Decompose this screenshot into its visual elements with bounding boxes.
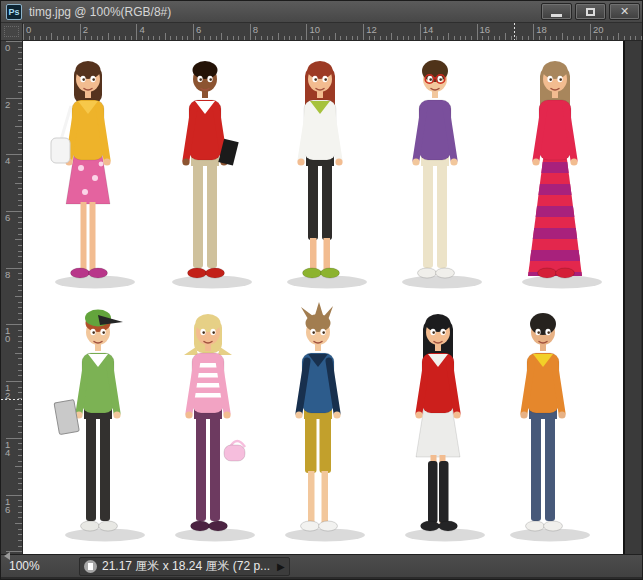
vruler-pointer-marker <box>1 399 22 400</box>
window-title: timg.jpg @ 100%(RGB/8#) <box>29 1 171 23</box>
photoshop-app-icon[interactable]: Ps <box>6 4 22 20</box>
vertical-ruler[interactable]: 0246810121416 <box>1 41 23 554</box>
hruler-label: 18 <box>536 24 547 35</box>
vruler-label: 12 <box>5 384 15 400</box>
scroll-left-arrow-icon[interactable] <box>4 552 10 560</box>
photoshop-document-window: Ps timg.jpg @ 100%(RGB/8#) ✕ 02468101214… <box>0 0 643 580</box>
close-button[interactable]: ✕ <box>609 3 640 20</box>
hruler-label: 6 <box>196 24 201 35</box>
zoom-level-field[interactable]: 100% <box>9 555 40 578</box>
vertical-scrollbar[interactable] <box>623 41 643 554</box>
character-boy-blue-tee-shorts <box>263 299 375 551</box>
document-canvas[interactable] <box>23 41 623 554</box>
vruler-label: 14 <box>5 441 15 457</box>
vruler-label: 16 <box>5 498 15 514</box>
character-woman-green-scarf <box>265 46 377 298</box>
horizontal-ruler[interactable]: 02468101214161820 <box>23 23 643 41</box>
vruler-label: 6 <box>5 214 15 222</box>
minimize-button[interactable] <box>541 3 572 20</box>
maximize-button[interactable] <box>575 3 606 20</box>
hruler-pointer-marker <box>514 23 515 40</box>
vruler-label: 2 <box>5 101 15 109</box>
ruler-origin-box[interactable] <box>1 23 23 41</box>
hruler-label: 2 <box>83 24 88 35</box>
window-controls: ✕ <box>541 3 640 20</box>
close-icon: ✕ <box>620 4 629 19</box>
status-popup-arrow-icon[interactable]: ▶ <box>277 561 285 572</box>
hruler-label: 20 <box>593 24 604 35</box>
document-info-box[interactable]: 21.17 厘米 x 18.24 厘米 (72 p... ▶ <box>79 557 290 576</box>
hruler-label: 16 <box>480 24 491 35</box>
hruler-label: 10 <box>309 24 320 35</box>
document-dimensions-text: 21.17 厘米 x 18.24 厘米 (72 p... <box>102 558 270 575</box>
hruler-label: 14 <box>423 24 434 35</box>
character-man-red-jacket <box>150 46 262 298</box>
hruler-label: 0 <box>26 24 31 35</box>
hruler-label: 8 <box>253 24 258 35</box>
document-sizes-icon <box>84 560 97 573</box>
status-bar: 100% 21.17 厘米 x 18.24 厘米 (72 p... ▶ <box>1 554 643 579</box>
vruler-label: 10 <box>5 327 15 343</box>
ruler-origin-icon <box>4 26 19 37</box>
character-woman-striped-dress <box>500 46 612 298</box>
character-man-green-polo-cap <box>43 299 155 551</box>
character-woman-pink-striped-top <box>153 299 265 551</box>
minimize-icon <box>551 14 562 17</box>
character-woman-yellow-top-pink-skirt <box>33 46 145 298</box>
hruler-label: 12 <box>366 24 377 35</box>
character-woman-red-jacket-boots <box>383 299 495 551</box>
vruler-label: 4 <box>5 157 15 165</box>
character-man-purple-shirt <box>380 46 492 298</box>
character-man-orange-jacket <box>488 299 600 551</box>
maximize-icon <box>586 8 595 16</box>
vruler-label: 0 <box>5 44 15 52</box>
vruler-label: 8 <box>5 271 15 279</box>
title-bar[interactable]: Ps timg.jpg @ 100%(RGB/8#) ✕ <box>1 1 643 23</box>
hruler-label: 4 <box>139 24 144 35</box>
